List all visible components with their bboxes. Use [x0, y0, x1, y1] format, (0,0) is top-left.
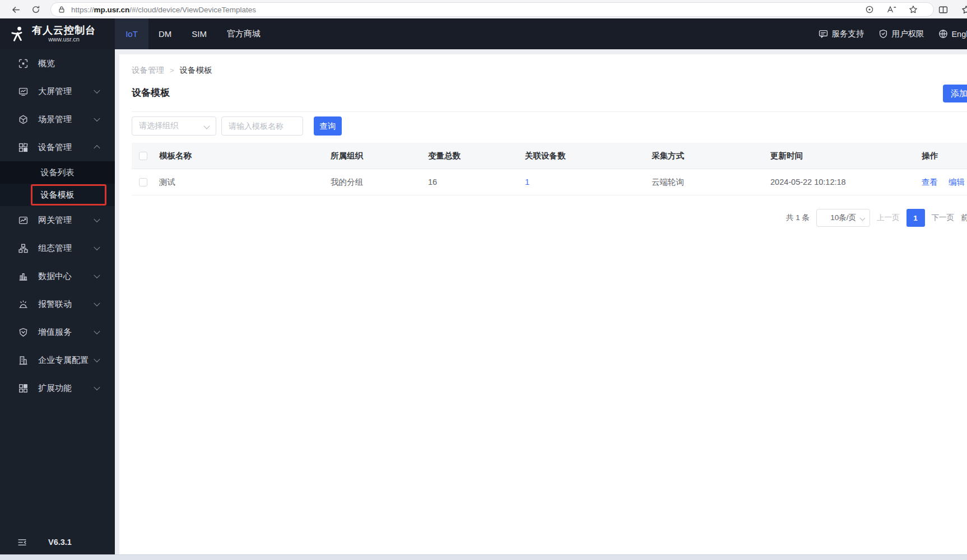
sidebar-item-value-added[interactable]: 增值服务 — [0, 318, 115, 346]
pagination-total: 共 1 条 — [786, 213, 810, 223]
usr-logo-icon — [8, 25, 27, 44]
search-button[interactable]: 查询 — [314, 116, 342, 136]
sidebar-item-extensions[interactable]: 扩展功能 — [0, 374, 115, 402]
sidebar-item-device-mgmt[interactable]: 设备管理 — [0, 133, 115, 161]
row-checkbox[interactable] — [139, 178, 147, 186]
top-nav: 有人云控制台 www.usr.cn IoT DM SIM 官方商城 服务支持 用… — [0, 18, 967, 49]
org-select[interactable]: 请选择组织 — [132, 116, 216, 136]
page-title: 设备模板 — [132, 86, 170, 99]
page-size-value: 10条/页 — [830, 213, 856, 223]
tab-mall[interactable]: 官方商城 — [217, 18, 271, 49]
row-collect-mode: 云端轮询 — [652, 177, 770, 188]
sidebar-label: 场景管理 — [38, 114, 72, 125]
edit-link[interactable]: 编辑 — [949, 177, 965, 188]
jump-to-page-label: 前 — [961, 213, 967, 223]
language-label: English — [951, 30, 967, 39]
favorite-star-icon[interactable] — [909, 5, 918, 14]
sidebar-item-device-list[interactable]: 设备列表 — [0, 161, 115, 184]
brand[interactable]: 有人云控制台 www.usr.cn — [0, 18, 115, 49]
scene-icon — [18, 115, 28, 124]
breadcrumb-parent[interactable]: 设备管理 — [132, 65, 164, 76]
col-org: 所属组织 — [331, 151, 428, 161]
next-page-button[interactable]: 下一页 — [932, 213, 955, 223]
address-bar[interactable]: https://mp.usr.cn/#/cloud/device/ViewDev… — [50, 2, 934, 17]
breadcrumb: 设备管理 > 设备模板 — [132, 65, 212, 76]
col-updated-at: 更新时间 — [770, 151, 922, 161]
alarm-icon — [18, 300, 28, 309]
col-actions: 操作 — [922, 151, 967, 161]
nav-tabs: IoT DM SIM 官方商城 — [115, 18, 271, 49]
row-device-count-link[interactable]: 1 — [525, 178, 529, 186]
templates-table: 模板名称 所属组织 变量总数 关联设备数 采集方式 更新时间 操作 测试 我的分… — [132, 143, 967, 195]
lock-icon — [58, 6, 66, 13]
sidebar-item-enterprise-config[interactable]: 企业专属配置 — [0, 346, 115, 374]
support-menu[interactable]: 服务支持 — [819, 29, 864, 39]
sidebar-item-scene-mgmt[interactable]: 场景管理 — [0, 105, 115, 133]
sidebar-label: 增值服务 — [38, 327, 72, 338]
chevron-down-icon — [94, 272, 100, 278]
sidebar-sublabel: 设备列表 — [41, 167, 75, 178]
browser-back-icon[interactable] — [9, 3, 22, 16]
collapse-sidebar-icon[interactable] — [17, 538, 27, 547]
chevron-down-icon — [860, 216, 866, 221]
tab-sim[interactable]: SIM — [182, 18, 217, 49]
sidebar-item-screen-mgmt[interactable]: 大屏管理 — [0, 77, 115, 105]
template-name-input[interactable] — [221, 116, 303, 136]
divider — [132, 111, 967, 112]
version-label: V6.3.1 — [48, 538, 72, 547]
chevron-down-icon — [94, 115, 100, 122]
split-screen-icon[interactable] — [936, 3, 950, 16]
annotation-red-box — [31, 184, 106, 206]
chevron-down-icon — [94, 328, 100, 334]
permission-menu[interactable]: 用户权限 — [878, 29, 924, 39]
target-icon[interactable] — [865, 5, 874, 14]
sidebar-item-device-templates[interactable]: 设备模板 — [0, 184, 115, 206]
brand-subtitle: www.usr.cn — [32, 36, 96, 43]
view-link[interactable]: 查看 — [922, 177, 938, 188]
sidebar-label: 企业专属配置 — [38, 355, 89, 366]
shield-icon — [878, 29, 888, 39]
page-size-select[interactable]: 10条/页 — [816, 209, 870, 227]
sidebar-item-alarm-linkage[interactable]: 报警联动 — [0, 290, 115, 318]
horizontal-scrollbar[interactable] — [0, 554, 967, 560]
sidebar-label: 大屏管理 — [38, 86, 72, 97]
favorites-icon[interactable] — [959, 3, 967, 16]
language-menu[interactable]: English — [938, 29, 967, 39]
row-variable-count: 16 — [428, 178, 525, 186]
read-aloud-icon[interactable] — [886, 5, 896, 14]
prev-page-button[interactable]: 上一页 — [877, 213, 900, 223]
sidebar-item-overview[interactable]: 概览 — [0, 49, 115, 77]
org-select-placeholder: 请选择组织 — [139, 121, 178, 131]
gateway-icon — [18, 216, 28, 225]
browser-refresh-icon[interactable] — [29, 3, 43, 16]
bar-chart-icon — [18, 272, 28, 281]
chevron-down-icon — [94, 216, 100, 222]
browser-chrome: https://mp.usr.cn/#/cloud/device/ViewDev… — [0, 0, 967, 18]
table-header-row: 模板名称 所属组织 变量总数 关联设备数 采集方式 更新时间 操作 — [132, 143, 967, 169]
add-template-button[interactable]: 添加 — [943, 85, 967, 102]
col-device-count: 关联设备数 — [525, 151, 652, 161]
chevron-down-icon — [94, 87, 100, 94]
row-template-name: 测试 — [159, 177, 331, 188]
device-icon — [18, 143, 28, 152]
sidebar-item-gateway-mgmt[interactable]: 网关管理 — [0, 206, 115, 234]
chevron-down-icon — [94, 244, 100, 250]
tab-dm[interactable]: DM — [148, 18, 182, 49]
tab-iot[interactable]: IoT — [115, 18, 148, 49]
table-row: 测试 我的分组 16 1 云端轮询 2024-05-22 10:12:18 查看… — [132, 169, 967, 195]
sidebar-footer: V6.3.1 — [0, 535, 115, 550]
col-template-name: 模板名称 — [159, 151, 331, 161]
current-page-button[interactable]: 1 — [906, 209, 925, 227]
device-mgmt-submenu: 设备列表 设备模板 — [0, 161, 115, 206]
sidebar-item-configuration-mgmt[interactable]: 组态管理 — [0, 234, 115, 262]
chat-icon — [819, 29, 828, 39]
content-card: 设备管理 > 设备模板 设备模板 添加 请选择组织 查询 — [119, 54, 967, 554]
content-area: 设备管理 > 设备模板 设备模板 添加 请选择组织 查询 — [115, 49, 967, 554]
overview-icon — [18, 59, 28, 68]
filter-bar: 请选择组织 查询 — [132, 116, 342, 136]
nav-right: 服务支持 用户权限 English — [819, 18, 967, 49]
select-all-checkbox[interactable] — [139, 152, 147, 160]
org-chart-icon — [18, 244, 28, 253]
sidebar: 概览 大屏管理 场景管理 设备管理 — [0, 49, 115, 554]
sidebar-item-data-center[interactable]: 数据中心 — [0, 262, 115, 290]
